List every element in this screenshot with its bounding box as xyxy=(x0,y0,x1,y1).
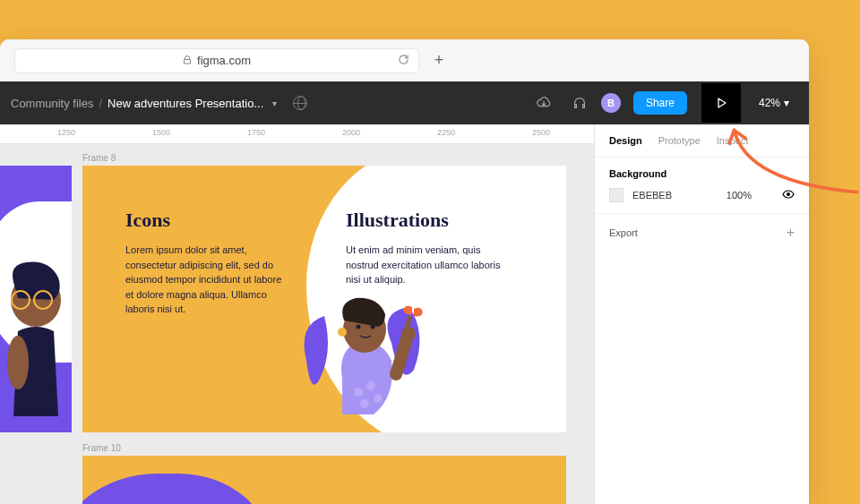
background-row[interactable]: EBEBEB 100% xyxy=(609,188,795,202)
svg-point-11 xyxy=(371,325,375,329)
lock-icon xyxy=(183,56,192,66)
workspace: 1250 1500 1750 2000 2250 2500 xyxy=(0,124,809,504)
ruler-tick: 2250 xyxy=(437,128,455,137)
breadcrumb-separator: / xyxy=(99,97,102,110)
present-button[interactable] xyxy=(701,83,741,123)
share-button[interactable]: Share xyxy=(633,91,687,115)
app-toolbar: Community files / New adventures Present… xyxy=(0,81,809,124)
ruler-tick: 1750 xyxy=(247,128,265,137)
export-label: Export xyxy=(609,227,638,238)
canvas-content[interactable]: Frame 8 Icons Lorem ipsum dolor sit amet… xyxy=(0,144,594,504)
frame-label[interactable]: Frame 10 xyxy=(82,443,121,453)
svg-point-12 xyxy=(401,327,416,341)
background-section: Background EBEBEB 100% xyxy=(595,158,809,214)
url-bar[interactable]: figma.com xyxy=(14,48,419,73)
background-label: Background xyxy=(609,168,795,179)
tab-inspect[interactable]: Inspect xyxy=(717,135,748,146)
illustrations-text: Ut enim ad minim veniam, quis nostrud ex… xyxy=(346,243,507,287)
zoom-control[interactable]: 42% ▾ xyxy=(750,97,798,109)
icons-text: Lorem ipsum dolor sit amet, consectetur … xyxy=(125,243,287,317)
panel-tabs: Design Prototype Inspect xyxy=(595,124,809,158)
browser-chrome: figma.com + xyxy=(0,39,809,81)
svg-point-4 xyxy=(354,388,363,397)
ruler-tick: 1250 xyxy=(57,128,75,137)
chevron-down-icon: ▾ xyxy=(784,97,789,109)
breadcrumb-root[interactable]: Community files xyxy=(11,97,93,110)
export-section[interactable]: Export + xyxy=(595,214,809,252)
svg-point-5 xyxy=(366,381,375,390)
svg-point-13 xyxy=(787,192,790,196)
svg-point-3 xyxy=(7,336,29,389)
color-swatch[interactable] xyxy=(609,188,624,202)
avatar[interactable]: B xyxy=(601,93,621,113)
chevron-down-icon[interactable]: ▾ xyxy=(272,98,277,108)
svg-point-10 xyxy=(357,325,361,329)
ruler-horizontal: 1250 1500 1750 2000 2250 2500 xyxy=(0,124,594,144)
url-text: figma.com xyxy=(197,54,251,67)
illustrations-heading: Illustrations xyxy=(346,209,507,232)
ruler-tick: 2000 xyxy=(342,128,360,137)
globe-icon[interactable] xyxy=(293,96,307,110)
tab-design[interactable]: Design xyxy=(609,135,642,146)
new-tab-button[interactable]: + xyxy=(430,52,448,70)
canvas-area[interactable]: 1250 1500 1750 2000 2250 2500 xyxy=(0,124,594,504)
tab-prototype[interactable]: Prototype xyxy=(658,135,701,146)
person-illustration xyxy=(0,255,72,432)
breadcrumb: Community files / New adventures Present… xyxy=(11,96,307,110)
frame-7-partial[interactable] xyxy=(0,166,72,432)
ruler-tick: 2500 xyxy=(532,128,550,137)
person-illustration xyxy=(288,289,450,432)
right-panel: Design Prototype Inspect Background EBEB… xyxy=(594,124,809,504)
cloud-icon[interactable] xyxy=(529,89,558,117)
icons-heading: Icons xyxy=(125,209,287,232)
svg-point-9 xyxy=(338,328,347,337)
bg-opacity-value: 100% xyxy=(727,190,752,201)
zoom-value: 42% xyxy=(759,97,780,109)
plus-icon[interactable]: + xyxy=(787,225,795,241)
frame-8[interactable]: Icons Lorem ipsum dolor sit amet, consec… xyxy=(82,166,566,432)
eye-icon[interactable] xyxy=(782,188,795,202)
svg-point-7 xyxy=(360,399,369,408)
ruler-tick: 1500 xyxy=(152,128,170,137)
headphones-icon[interactable] xyxy=(565,89,594,117)
reload-icon[interactable] xyxy=(398,54,409,68)
svg-point-6 xyxy=(374,394,383,403)
browser-window: figma.com + Community files / New advent… xyxy=(0,39,809,504)
frame-10[interactable] xyxy=(82,456,566,504)
frame-label[interactable]: Frame 8 xyxy=(82,153,116,163)
bg-hex-value: EBEBEB xyxy=(632,190,672,201)
breadcrumb-current[interactable]: New adventures Presentatio... xyxy=(108,97,263,110)
